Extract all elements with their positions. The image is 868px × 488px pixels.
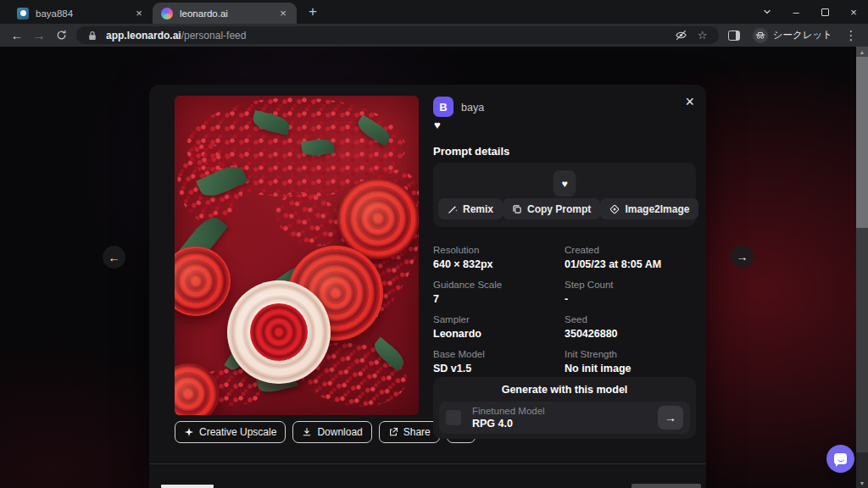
copy-prompt-label: Copy Prompt — [527, 203, 591, 215]
previous-image-button[interactable]: ← — [103, 246, 125, 269]
meta-cell-base-model: Base Model SD v1.5 — [433, 349, 565, 374]
cutoff-button-sliver — [632, 484, 701, 488]
meta-label: Step Count — [565, 280, 696, 290]
tab-title: leonardo.ai — [180, 8, 270, 19]
image2image-button[interactable]: Image2Image — [600, 198, 698, 219]
refresh-button[interactable] — [51, 25, 71, 46]
scroll-down-arrow-icon[interactable]: ▼ — [856, 478, 868, 488]
menu-dots-icon[interactable]: ⋮ — [841, 25, 861, 46]
meta-value: SD v1.5 — [433, 363, 565, 374]
creative-upscale-label: Creative Upscale — [199, 426, 276, 438]
lock-icon[interactable] — [85, 28, 100, 43]
like-heart-icon[interactable]: ♥ — [434, 119, 441, 131]
incognito-badge: シークレット — [753, 28, 832, 43]
scrollbar-thumb[interactable] — [856, 57, 868, 228]
generated-image[interactable] — [175, 96, 419, 415]
meta-cell-guidance-scale: Guidance Scale 7 — [433, 280, 565, 305]
avatar[interactable]: B — [433, 97, 453, 117]
model-texts: Finetuned Model RPG 4.0 — [472, 406, 545, 430]
prompt-details-panel: ♥ Remix Copy Prompt Image2Image — [433, 163, 696, 227]
meta-label: Sampler — [433, 314, 565, 324]
prompt-actions-row: Remix Copy Prompt Image2Image — [438, 198, 691, 219]
incognito-icon — [753, 28, 768, 43]
username[interactable]: baya — [461, 102, 484, 114]
meta-label: Created — [565, 245, 696, 255]
browser-toolbar: ← → app.leonardo.ai/personal-feed ☆ シークレ… — [0, 24, 868, 47]
model-type-label: Finetuned Model — [472, 406, 545, 416]
share-label: Share — [403, 426, 431, 438]
close-window-button[interactable]: × — [839, 0, 868, 24]
download-label: Download — [317, 426, 362, 438]
rose-core-shape — [250, 303, 308, 361]
download-button[interactable]: Download — [292, 421, 371, 443]
meta-label: Base Model — [433, 349, 565, 359]
incognito-label: シークレット — [773, 29, 832, 42]
chevron-down-icon[interactable] — [753, 0, 782, 24]
forward-button[interactable]: → — [29, 25, 49, 46]
model-row[interactable]: Finetuned Model RPG 4.0 → — [439, 402, 690, 434]
prompt-details-title: Prompt details — [433, 145, 509, 158]
meta-label: Seed — [565, 314, 696, 324]
meta-cell-sampler: Sampler Leonardo — [433, 314, 565, 340]
next-image-button[interactable]: → — [731, 245, 754, 268]
copy-prompt-button[interactable]: Copy Prompt — [503, 198, 600, 219]
scroll-up-arrow-icon[interactable]: ▲ — [856, 47, 868, 57]
meta-value: 350426880 — [565, 328, 696, 340]
page-scrollbar[interactable]: ▲ ▼ — [856, 47, 868, 488]
image-detail-modal: Creative Upscale Download Share ••• B ba… — [149, 85, 706, 488]
meta-cell-resolution: Resolution 640 × 832px — [433, 245, 565, 270]
url-bar[interactable]: app.leonardo.ai/personal-feed ☆ — [76, 26, 719, 44]
tab-leonardo[interactable]: leonardo.ai × — [153, 3, 297, 24]
url-text: app.leonardo.ai/personal-feed — [106, 30, 246, 42]
meta-value: 01/05/23 at 8:05 AM — [565, 258, 696, 270]
maximize-button[interactable] — [810, 0, 839, 24]
image2image-label: Image2Image — [625, 203, 689, 215]
back-button[interactable]: ← — [7, 25, 27, 46]
meta-cell-step-count: Step Count - — [565, 280, 696, 305]
modal-backdrop[interactable]: ← → — [0, 47, 868, 488]
meta-value: 7 — [433, 293, 565, 305]
tab-close-icon[interactable]: × — [276, 7, 290, 20]
meta-value: 640 × 832px — [433, 258, 565, 270]
meta-label: Init Strength — [565, 349, 696, 359]
window-controls: – × — [753, 0, 868, 24]
details-panel: B baya × ♥ Prompt details ♥ Remix Copy P… — [433, 85, 696, 488]
tab-baya884[interactable]: baya884 × — [8, 3, 153, 24]
meta-value: - — [565, 293, 696, 305]
meta-cell-seed: Seed 350426880 — [565, 314, 696, 340]
minimize-button[interactable]: – — [782, 0, 810, 24]
image-actions-row: Creative Upscale Download Share ••• — [175, 421, 476, 443]
side-panel-icon[interactable] — [724, 25, 744, 46]
url-path: /personal-feed — [181, 30, 247, 42]
meta-label: Guidance Scale — [433, 280, 565, 290]
favorite-heart-button[interactable]: ♥ — [554, 170, 576, 197]
eye-off-icon[interactable] — [674, 28, 689, 43]
metadata-grid: Resolution 640 × 832px Created 01/05/23 … — [433, 245, 696, 374]
tab-strip: baya884 × leonardo.ai × + – × — [0, 0, 868, 24]
generate-arrow-button[interactable]: → — [658, 406, 683, 430]
remix-button[interactable]: Remix — [438, 198, 503, 219]
bookmark-star-icon[interactable]: ☆ — [695, 28, 710, 43]
tab-close-icon[interactable]: × — [132, 7, 146, 20]
creative-upscale-button[interactable]: Creative Upscale — [175, 421, 286, 443]
tab-title: baya884 — [36, 8, 125, 19]
cutoff-heading-sliver — [161, 485, 214, 488]
cream-rose-shape — [227, 280, 331, 384]
meta-value: Leonardo — [433, 328, 565, 340]
chat-bubble-icon — [834, 453, 847, 464]
support-chat-button[interactable] — [826, 445, 854, 473]
modal-section-divider — [149, 463, 706, 464]
meta-value: No init image — [565, 363, 696, 374]
new-tab-button[interactable]: + — [302, 1, 324, 23]
generate-with-model-box: Generate with this model Finetuned Model… — [433, 377, 696, 439]
leonardo-favicon — [161, 8, 173, 19]
model-name: RPG 4.0 — [472, 418, 545, 430]
close-modal-button[interactable]: × — [685, 94, 694, 109]
meta-cell-init-strength: Init Strength No init image — [565, 349, 696, 374]
meta-cell-created: Created 01/05/23 at 8:05 AM — [565, 245, 696, 270]
generate-header: Generate with this model — [433, 377, 696, 396]
share-button[interactable]: Share — [379, 421, 440, 443]
remix-label: Remix — [463, 203, 493, 215]
model-thumbnail — [446, 410, 461, 425]
tab-favicon — [17, 8, 29, 19]
